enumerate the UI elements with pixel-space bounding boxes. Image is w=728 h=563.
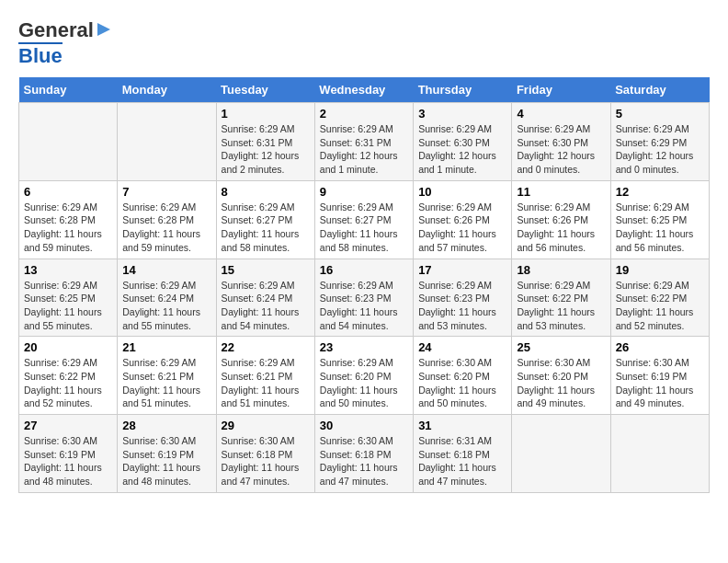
day-detail: Sunrise: 6:29 AM Sunset: 6:24 PM Dayligh… [222, 279, 310, 333]
calendar-cell: 1Sunrise: 6:29 AM Sunset: 6:31 PM Daylig… [216, 103, 314, 181]
logo-blue-text: Blue [18, 42, 63, 68]
day-detail: Sunrise: 6:29 AM Sunset: 6:31 PM Dayligh… [320, 122, 408, 177]
day-detail: Sunrise: 6:29 AM Sunset: 6:26 PM Dayligh… [418, 201, 506, 255]
day-number: 31 [418, 419, 506, 432]
svg-marker-0 [97, 23, 110, 36]
day-detail: Sunrise: 6:29 AM Sunset: 6:27 PM Dayligh… [222, 201, 310, 255]
day-detail: Sunrise: 6:29 AM Sunset: 6:22 PM Dayligh… [517, 279, 605, 333]
day-detail: Sunrise: 6:29 AM Sunset: 6:22 PM Dayligh… [616, 279, 704, 333]
day-detail: Sunrise: 6:29 AM Sunset: 6:22 PM Dayligh… [24, 356, 112, 410]
day-number: 3 [418, 107, 506, 121]
calendar-cell [118, 103, 216, 181]
day-number: 30 [320, 419, 408, 432]
calendar-body: 1Sunrise: 6:29 AM Sunset: 6:31 PM Daylig… [19, 103, 710, 493]
col-header-monday: Monday [118, 77, 216, 103]
calendar-cell: 30Sunrise: 6:30 AM Sunset: 6:18 PM Dayli… [314, 415, 413, 493]
calendar-cell: 24Sunrise: 6:30 AM Sunset: 6:20 PM Dayli… [414, 337, 512, 415]
day-number: 18 [517, 263, 605, 277]
day-number: 6 [24, 185, 112, 199]
day-detail: Sunrise: 6:29 AM Sunset: 6:24 PM Dayligh… [122, 279, 210, 333]
day-detail: Sunrise: 6:29 AM Sunset: 6:30 PM Dayligh… [418, 122, 506, 177]
calendar-cell: 26Sunrise: 6:30 AM Sunset: 6:19 PM Dayli… [610, 337, 709, 415]
day-detail: Sunrise: 6:29 AM Sunset: 6:26 PM Dayligh… [517, 201, 605, 255]
day-detail: Sunrise: 6:29 AM Sunset: 6:30 PM Dayligh… [517, 122, 605, 177]
calendar-cell: 4Sunrise: 6:29 AM Sunset: 6:30 PM Daylig… [512, 103, 610, 181]
calendar-cell: 20Sunrise: 6:29 AM Sunset: 6:22 PM Dayli… [19, 337, 118, 415]
logo: General Blue [18, 18, 112, 68]
day-number: 17 [418, 263, 506, 277]
day-number: 16 [320, 263, 408, 277]
day-detail: Sunrise: 6:30 AM Sunset: 6:19 PM Dayligh… [24, 434, 112, 488]
calendar-cell [610, 415, 709, 493]
calendar-cell: 17Sunrise: 6:29 AM Sunset: 6:23 PM Dayli… [414, 259, 512, 337]
day-number: 9 [320, 185, 408, 199]
day-number: 2 [320, 107, 408, 121]
col-header-friday: Friday [512, 77, 610, 103]
col-header-tuesday: Tuesday [216, 77, 314, 103]
day-number: 5 [616, 107, 704, 121]
col-header-sunday: Sunday [19, 77, 118, 103]
calendar-cell: 13Sunrise: 6:29 AM Sunset: 6:25 PM Dayli… [19, 259, 118, 337]
day-detail: Sunrise: 6:29 AM Sunset: 6:28 PM Dayligh… [122, 201, 210, 255]
day-detail: Sunrise: 6:30 AM Sunset: 6:19 PM Dayligh… [122, 434, 210, 488]
calendar-cell: 25Sunrise: 6:30 AM Sunset: 6:20 PM Dayli… [512, 337, 610, 415]
day-number: 22 [222, 340, 310, 354]
day-number: 19 [616, 263, 704, 277]
day-detail: Sunrise: 6:29 AM Sunset: 6:27 PM Dayligh… [320, 201, 408, 255]
calendar-cell: 8Sunrise: 6:29 AM Sunset: 6:27 PM Daylig… [216, 180, 314, 259]
day-number: 1 [222, 107, 310, 121]
day-detail: Sunrise: 6:30 AM Sunset: 6:20 PM Dayligh… [418, 356, 506, 410]
day-detail: Sunrise: 6:30 AM Sunset: 6:20 PM Dayligh… [517, 356, 605, 410]
day-number: 11 [517, 185, 605, 199]
calendar-cell: 5Sunrise: 6:29 AM Sunset: 6:29 PM Daylig… [610, 103, 709, 181]
day-number: 21 [122, 340, 210, 354]
calendar-cell: 10Sunrise: 6:29 AM Sunset: 6:26 PM Dayli… [414, 180, 512, 259]
day-detail: Sunrise: 6:30 AM Sunset: 6:19 PM Dayligh… [616, 356, 704, 410]
calendar-cell: 21Sunrise: 6:29 AM Sunset: 6:21 PM Dayli… [118, 337, 216, 415]
calendar-cell: 2Sunrise: 6:29 AM Sunset: 6:31 PM Daylig… [314, 103, 413, 181]
calendar-week-row: 20Sunrise: 6:29 AM Sunset: 6:22 PM Dayli… [19, 337, 710, 415]
calendar-week-row: 6Sunrise: 6:29 AM Sunset: 6:28 PM Daylig… [19, 180, 710, 259]
calendar-cell: 19Sunrise: 6:29 AM Sunset: 6:22 PM Dayli… [610, 259, 709, 337]
calendar-cell: 31Sunrise: 6:31 AM Sunset: 6:18 PM Dayli… [414, 415, 512, 493]
day-detail: Sunrise: 6:29 AM Sunset: 6:23 PM Dayligh… [418, 279, 506, 333]
day-detail: Sunrise: 6:30 AM Sunset: 6:18 PM Dayligh… [320, 434, 408, 488]
calendar-cell: 16Sunrise: 6:29 AM Sunset: 6:23 PM Dayli… [314, 259, 413, 337]
page-header: General Blue [18, 18, 710, 68]
calendar-week-row: 13Sunrise: 6:29 AM Sunset: 6:25 PM Dayli… [19, 259, 710, 337]
calendar-cell: 12Sunrise: 6:29 AM Sunset: 6:25 PM Dayli… [610, 180, 709, 259]
calendar-cell: 9Sunrise: 6:29 AM Sunset: 6:27 PM Daylig… [314, 180, 413, 259]
calendar-cell: 27Sunrise: 6:30 AM Sunset: 6:19 PM Dayli… [19, 415, 118, 493]
day-detail: Sunrise: 6:30 AM Sunset: 6:18 PM Dayligh… [222, 434, 310, 488]
calendar-cell: 3Sunrise: 6:29 AM Sunset: 6:30 PM Daylig… [414, 103, 512, 181]
day-number: 14 [122, 263, 210, 277]
calendar-cell: 23Sunrise: 6:29 AM Sunset: 6:20 PM Dayli… [314, 337, 413, 415]
calendar-cell: 29Sunrise: 6:30 AM Sunset: 6:18 PM Dayli… [216, 415, 314, 493]
calendar-cell: 15Sunrise: 6:29 AM Sunset: 6:24 PM Dayli… [216, 259, 314, 337]
calendar-week-row: 1Sunrise: 6:29 AM Sunset: 6:31 PM Daylig… [19, 103, 710, 181]
day-detail: Sunrise: 6:29 AM Sunset: 6:21 PM Dayligh… [222, 356, 310, 410]
day-detail: Sunrise: 6:29 AM Sunset: 6:28 PM Dayligh… [24, 201, 112, 255]
calendar-cell: 14Sunrise: 6:29 AM Sunset: 6:24 PM Dayli… [118, 259, 216, 337]
day-number: 10 [418, 185, 506, 199]
day-number: 27 [24, 419, 112, 432]
calendar-cell: 7Sunrise: 6:29 AM Sunset: 6:28 PM Daylig… [118, 180, 216, 259]
calendar-cell: 6Sunrise: 6:29 AM Sunset: 6:28 PM Daylig… [19, 180, 118, 259]
day-number: 12 [616, 185, 704, 199]
day-detail: Sunrise: 6:29 AM Sunset: 6:29 PM Dayligh… [616, 122, 704, 177]
calendar-cell: 18Sunrise: 6:29 AM Sunset: 6:22 PM Dayli… [512, 259, 610, 337]
day-detail: Sunrise: 6:29 AM Sunset: 6:25 PM Dayligh… [24, 279, 112, 333]
day-number: 24 [418, 340, 506, 354]
day-number: 7 [122, 185, 210, 199]
calendar-cell [19, 103, 118, 181]
calendar-cell: 11Sunrise: 6:29 AM Sunset: 6:26 PM Dayli… [512, 180, 610, 259]
logo-arrow-icon [96, 21, 112, 41]
day-detail: Sunrise: 6:29 AM Sunset: 6:23 PM Dayligh… [320, 279, 408, 333]
calendar-week-row: 27Sunrise: 6:30 AM Sunset: 6:19 PM Dayli… [19, 415, 710, 493]
day-detail: Sunrise: 6:31 AM Sunset: 6:18 PM Dayligh… [418, 434, 506, 488]
logo-general-text: General [18, 18, 94, 42]
col-header-saturday: Saturday [610, 77, 709, 103]
day-number: 29 [222, 419, 310, 432]
day-number: 15 [222, 263, 310, 277]
day-number: 8 [222, 185, 310, 199]
